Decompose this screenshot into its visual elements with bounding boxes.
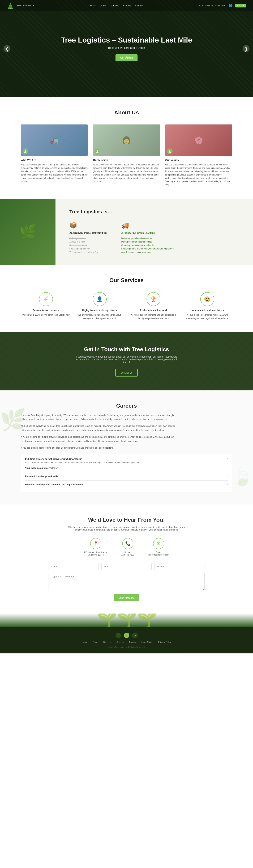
footer-nav: Home About Services Careers Contact Lega… bbox=[14, 641, 239, 643]
footer: f 🐦 in Home About Services Careers Conta… bbox=[0, 627, 253, 653]
nav-about[interactable]: About bbox=[100, 4, 106, 7]
about-card-values: 🌸 Our Values We see ourselves as a profe… bbox=[165, 124, 232, 186]
about-card-mission: 👩 Our Mission To satisfy consumers' ever… bbox=[93, 124, 160, 186]
footer-link-contact[interactable]: Contact bbox=[129, 641, 136, 643]
share-icon[interactable]: ⤴ bbox=[226, 458, 228, 461]
accordion-expectations[interactable]: What you can expected from the Tree Logi… bbox=[25, 480, 228, 489]
accordion-skills-toggle[interactable]: + bbox=[226, 475, 228, 477]
footer-link-privacy[interactable]: Privacy Policy bbox=[158, 641, 171, 643]
footer-link-about[interactable]: About bbox=[93, 641, 98, 643]
about-icon-3 bbox=[167, 148, 173, 154]
truck-placeholder: 🚛 bbox=[21, 124, 88, 156]
accordion-tasks[interactable]: Your tasks as a delivery driver + bbox=[25, 464, 228, 472]
about-card-title-3: Our Values bbox=[165, 158, 232, 161]
footer-link-legal[interactable]: Legal Notice bbox=[142, 641, 153, 643]
box-icon: 📦 bbox=[69, 221, 107, 229]
hero-section: ❮ Tree Logistics – Sustainable Last Mile… bbox=[0, 0, 253, 97]
get-in-touch-title: Get in Touch with Tree Logistics bbox=[14, 346, 239, 352]
footer-link-careers[interactable]: Careers bbox=[116, 641, 124, 643]
accordion-tasks-toggle[interactable]: + bbox=[226, 467, 228, 469]
footer-link-home[interactable]: Home bbox=[82, 641, 87, 643]
navbar: TREE LOGISTICS Home About Services Caree… bbox=[0, 0, 253, 11]
accordion-expectations-toggle[interactable]: + bbox=[226, 483, 228, 486]
contact-address-line2: Ma-Layout 12345 bbox=[84, 554, 107, 556]
social-linkedin[interactable]: in bbox=[132, 632, 138, 638]
service-customer-focus: 😊 Unparalleled customer focus We live a … bbox=[183, 292, 231, 320]
email-input[interactable] bbox=[102, 563, 151, 570]
comparison-image: 🌿 bbox=[0, 198, 56, 265]
hero-next-arrow[interactable]: ❯ bbox=[243, 45, 250, 52]
email-icon: ✉ bbox=[153, 538, 164, 549]
nav-services[interactable]: Services bbox=[110, 4, 119, 7]
phone-input[interactable] bbox=[154, 563, 205, 570]
leaf-icon-3 bbox=[168, 150, 171, 153]
nav-home[interactable]: Home bbox=[90, 4, 96, 7]
send-message-button[interactable]: Send Message bbox=[114, 594, 139, 601]
truck-icon: 🚚 bbox=[121, 221, 174, 229]
ordinary-item-5: Yet-another-parcel-delivery-firm bbox=[69, 251, 107, 253]
service-professional: 🏆 Professional all around We honor our c… bbox=[129, 292, 178, 320]
pioneering-item-5: A professional services company bbox=[121, 251, 174, 253]
nav-careers[interactable]: Careers bbox=[123, 4, 131, 7]
careers-para-2: At the heart of everything we do at Tree… bbox=[21, 424, 177, 432]
logo-icon bbox=[7, 2, 14, 9]
nav-links: Home About Services Careers Contact bbox=[90, 4, 143, 7]
contact-phone-number: 123-456-7890 bbox=[121, 554, 134, 556]
contact-email-label: Email: bbox=[148, 551, 169, 554]
contact-us-button[interactable]: Contact Us bbox=[115, 369, 138, 376]
ordinary-item-4: Focusing on profit only bbox=[69, 248, 107, 250]
language-selector[interactable]: ENG ▼ bbox=[235, 4, 246, 7]
service-title-3: Professional all around bbox=[129, 309, 178, 312]
contact-email-address: info@treelogistics.com bbox=[148, 554, 169, 556]
services-title: Our Services bbox=[21, 277, 232, 283]
address-icon: 📍 bbox=[90, 538, 101, 549]
service-text-1: We operate a 100% electric commercial ve… bbox=[22, 313, 70, 317]
accordion-skills[interactable]: Required knowledge and skills + bbox=[25, 472, 228, 480]
message-input[interactable] bbox=[48, 573, 205, 590]
social-facebook[interactable]: f bbox=[115, 632, 121, 638]
name-input[interactable] bbox=[48, 563, 99, 570]
hero-dot-3[interactable] bbox=[128, 56, 130, 58]
chevron-down-icon: ▼ bbox=[242, 4, 244, 7]
about-card-title-1: Who We Are bbox=[21, 158, 88, 161]
contact-title: We'd Love to Hear From You! bbox=[14, 517, 239, 523]
person-placeholder: 👩 bbox=[93, 124, 160, 156]
about-card-img-1: 🚛 bbox=[21, 124, 88, 156]
service-icon-1: ⚡ bbox=[39, 292, 53, 306]
about-card-text-2: To satisfy consumers' ever-rising desire… bbox=[93, 163, 160, 183]
comparison-content: Tree Logistics is… 📦 An Ordinary Parcel … bbox=[56, 198, 253, 265]
about-card-who-we-are: 🚛 Who We Are Tree Logistics is a pioneer… bbox=[21, 124, 88, 186]
contact-form: Send Message bbox=[48, 563, 205, 615]
hero-dot-2[interactable] bbox=[126, 56, 127, 58]
hero-cta-button[interactable]: Get Started bbox=[115, 54, 138, 61]
about-section: About Us 🚛 Who We Are Tree Logistics is … bbox=[0, 97, 253, 198]
service-icon-3: 🏆 bbox=[147, 292, 160, 306]
pioneering-item-4: Focusing on the environment, customers a… bbox=[121, 248, 174, 250]
service-title-2: Highly trained delivery drivers bbox=[75, 309, 124, 312]
footer-link-services[interactable]: Services bbox=[103, 641, 111, 643]
about-card-img-3: 🌸 bbox=[165, 124, 232, 156]
contact-email: ✉ Email: info@treelogistics.com bbox=[148, 538, 169, 556]
social-twitter[interactable]: 🐦 bbox=[124, 632, 130, 638]
phone-icon: 📞 bbox=[122, 538, 133, 549]
leaf-icon-1 bbox=[24, 150, 27, 153]
hero-dot-1[interactable] bbox=[123, 56, 125, 58]
nav-contact[interactable]: Contact bbox=[136, 4, 143, 7]
hero-prev-arrow[interactable]: ❮ bbox=[3, 45, 10, 52]
svg-rect-2 bbox=[10, 8, 11, 9]
comparison-section: 🌿 Tree Logistics is… 📦 An Ordinary Parce… bbox=[0, 198, 253, 265]
service-title-4: Unparalleled customer focus bbox=[183, 309, 231, 312]
about-cards: 🚛 Who We Are Tree Logistics is a pioneer… bbox=[21, 124, 232, 186]
careers-position: Full-time driver / parcel deliverer (m/f… bbox=[21, 454, 232, 492]
accordion-expectations-label: What you can expected from the Tree Logi… bbox=[25, 483, 83, 486]
contact-intro: Whether you have a question about our se… bbox=[66, 526, 187, 531]
comparison-title: Tree Logistics is… bbox=[69, 209, 239, 215]
ordinary-item-1: Polluting our cities bbox=[69, 237, 107, 240]
nav-phone: Call Us ☎ +123-456-7890 bbox=[199, 4, 226, 7]
contact-phone-label: Phone: bbox=[121, 551, 134, 554]
ordinary-item-3: Short-term-oriented bbox=[69, 244, 107, 247]
logo[interactable]: TREE LOGISTICS bbox=[7, 2, 34, 9]
ordinary-column: 📦 An Ordinary Parcel Delivery Firm Pollu… bbox=[69, 221, 107, 254]
hero-title: Tree Logistics – Sustainable Last Mile bbox=[61, 36, 192, 44]
pioneering-title: A Pioneering Green Last Mile bbox=[121, 231, 174, 235]
